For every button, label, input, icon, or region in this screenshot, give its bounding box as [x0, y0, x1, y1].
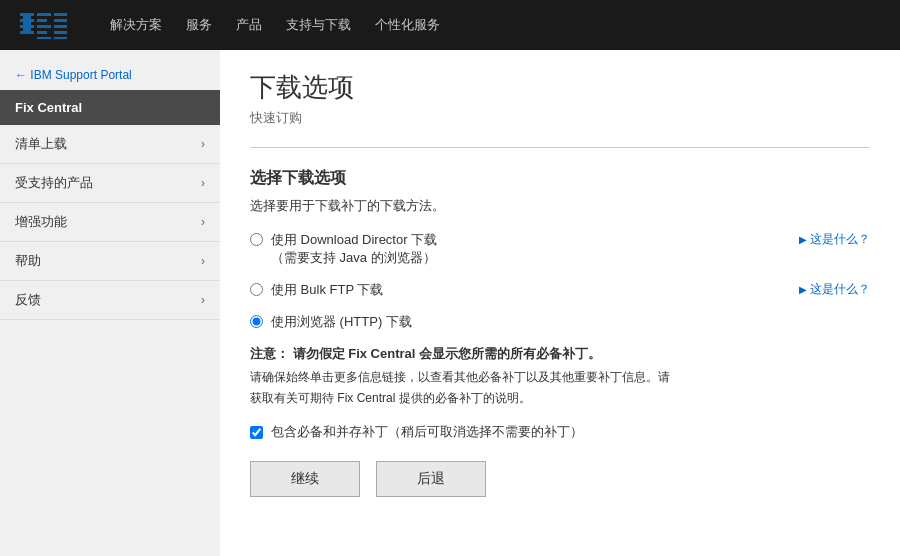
section-description: 选择要用于下载补丁的下载方法。	[250, 197, 870, 215]
bulk-ftp-info-link[interactable]: 这是什么？	[799, 281, 870, 298]
note-bold-text: 注意： 请勿假定 Fix Central 会显示您所需的所有必备补丁。	[250, 345, 870, 363]
sidebar-back-link[interactable]: IBM Support Portal	[0, 60, 220, 90]
svg-rect-2	[20, 19, 34, 22]
chevron-right-icon: ›	[201, 293, 205, 307]
option-line2: （需要支持 Java 的浏览器）	[271, 249, 779, 267]
svg-rect-6	[20, 25, 34, 28]
nav-link-personalized[interactable]: 个性化服务	[375, 16, 440, 34]
option-row-http: 使用浏览器 (HTTP) 下载	[250, 313, 870, 331]
section-title: 选择下载选项	[250, 168, 870, 189]
sidebar-item-help[interactable]: 帮助 ›	[0, 242, 220, 281]
svg-rect-16	[54, 31, 67, 34]
nav-link-support[interactable]: 支持与下载	[286, 16, 351, 34]
page-subtitle: 快速订购	[250, 109, 870, 127]
radio-download-director[interactable]	[250, 233, 263, 246]
radio-bulk-ftp[interactable]	[250, 283, 263, 296]
svg-rect-11	[37, 31, 47, 34]
sidebar-item-label: 反馈	[15, 291, 41, 309]
svg-rect-3	[23, 16, 31, 19]
ibm-logo	[20, 11, 80, 39]
chevron-right-icon: ›	[201, 137, 205, 151]
sidebar-item-supported-products[interactable]: 受支持的产品 ›	[0, 164, 220, 203]
option-label-download-director[interactable]: 使用 Download Director 下载 （需要支持 Java 的浏览器）	[271, 231, 779, 267]
page-title: 下载选项	[250, 70, 870, 105]
note-line1: 请确保始终单击更多信息链接，以查看其他必备补丁以及其他重要补丁信息。请	[250, 369, 870, 386]
svg-rect-8	[37, 13, 51, 16]
svg-rect-13	[54, 13, 67, 16]
svg-rect-9	[37, 19, 47, 22]
nav-link-services[interactable]: 服务	[186, 16, 212, 34]
chevron-right-icon: ›	[201, 176, 205, 190]
sidebar-item-label: 增强功能	[15, 213, 67, 231]
svg-rect-14	[54, 19, 67, 22]
option-label-bulk-ftp[interactable]: 使用 Bulk FTP 下载	[271, 281, 779, 299]
sidebar-item-feedback[interactable]: 反馈 ›	[0, 281, 220, 320]
note-line2: 获取有关可期待 Fix Central 提供的必备补丁的说明。	[250, 390, 870, 407]
svg-rect-7	[20, 31, 34, 34]
sidebar-item-label: 帮助	[15, 252, 41, 270]
option-line1: 使用 Bulk FTP 下载	[271, 282, 383, 297]
svg-rect-1	[20, 13, 34, 16]
checkbox-prerequisites[interactable]	[250, 426, 263, 439]
main-container: IBM Support Portal Fix Central 清单上载 › 受支…	[0, 50, 900, 556]
divider	[250, 147, 870, 148]
sidebar-item-list-upload[interactable]: 清单上载 ›	[0, 125, 220, 164]
option-line1: 使用浏览器 (HTTP) 下载	[271, 314, 412, 329]
sidebar-title: Fix Central	[0, 90, 220, 125]
sidebar-item-label: 清单上载	[15, 135, 67, 153]
nav-link-solutions[interactable]: 解决方案	[110, 16, 162, 34]
option-label-http[interactable]: 使用浏览器 (HTTP) 下载	[271, 313, 870, 331]
svg-rect-10	[37, 25, 51, 28]
svg-rect-17	[54, 37, 67, 39]
download-director-info-link[interactable]: 这是什么？	[799, 231, 870, 248]
option-row-download-director: 使用 Download Director 下载 （需要支持 Java 的浏览器）…	[250, 231, 870, 267]
nav-links: 解决方案 服务 产品 支持与下载 个性化服务	[110, 16, 440, 34]
svg-rect-4	[23, 22, 31, 25]
checkbox-row-prerequisites: 包含必备和并存补丁（稍后可取消选择不需要的补丁）	[250, 423, 870, 441]
option-row-bulk-ftp: 使用 Bulk FTP 下载 这是什么？	[250, 281, 870, 299]
note-section: 注意： 请勿假定 Fix Central 会显示您所需的所有必备补丁。 请确保始…	[250, 345, 870, 407]
top-navigation: 解决方案 服务 产品 支持与下载 个性化服务	[0, 0, 900, 50]
nav-link-products[interactable]: 产品	[236, 16, 262, 34]
button-row: 继续 后退	[250, 461, 870, 497]
continue-button[interactable]: 继续	[250, 461, 360, 497]
checkbox-prerequisites-label[interactable]: 包含必备和并存补丁（稍后可取消选择不需要的补丁）	[271, 423, 583, 441]
svg-rect-15	[54, 25, 67, 28]
option-line1: 使用 Download Director 下载	[271, 231, 779, 249]
svg-rect-5	[23, 28, 31, 31]
radio-http-download[interactable]	[250, 315, 263, 328]
sidebar-item-enhancements[interactable]: 增强功能 ›	[0, 203, 220, 242]
sidebar: IBM Support Portal Fix Central 清单上载 › 受支…	[0, 50, 220, 556]
svg-rect-12	[37, 37, 51, 39]
back-button[interactable]: 后退	[376, 461, 486, 497]
chevron-right-icon: ›	[201, 215, 205, 229]
sidebar-item-label: 受支持的产品	[15, 174, 93, 192]
chevron-right-icon: ›	[201, 254, 205, 268]
content-area: 下载选项 快速订购 选择下载选项 选择要用于下载补丁的下载方法。 使用 Down…	[220, 50, 900, 556]
